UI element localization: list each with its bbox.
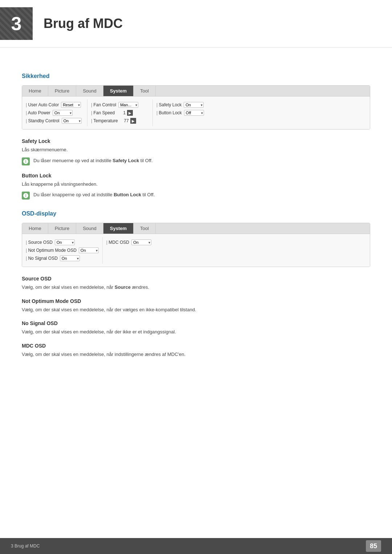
fan-speed-row: Fan Speed 1 ▶ [91, 110, 149, 116]
mdc-osd-row: MDC OSD On Off [106, 239, 164, 245]
osd-panel: Home Picture Sound System Tool Source OS… [22, 223, 370, 267]
temperature-arrow[interactable]: ▶ [130, 118, 136, 124]
osd-col-2: MDC OSD On Off [103, 237, 168, 264]
chapter-num-box: 3 [0, 7, 33, 40]
tab-sound-2[interactable]: Sound [76, 223, 103, 234]
source-osd-body: Vælg, om der skal vises en meddelelse, n… [22, 284, 370, 291]
sikkerhed-col-1: User Auto Color Reset Auto Power On Off [22, 99, 87, 126]
mdc-osd-subheading: MDC OSD [22, 343, 370, 349]
user-auto-color-select[interactable]: Reset [61, 102, 81, 108]
sikkerhed-heading: Sikkerhed [22, 73, 370, 79]
osd-tabs: Home Picture Sound System Tool [22, 223, 370, 234]
chapter-number: 3 [11, 13, 22, 34]
temperature-value: 77 [120, 118, 129, 123]
no-signal-subheading: No Signal OSD [22, 320, 370, 326]
tab-picture-2[interactable]: Picture [48, 223, 76, 234]
footer: 3 Brug af MDC 85 [0, 538, 392, 554]
safety-lock-select[interactable]: On Off [184, 102, 204, 108]
footer-page-badge: 85 [366, 540, 381, 552]
auto-power-row: Auto Power On Off [26, 110, 83, 116]
user-auto-color-select-wrapper[interactable]: Reset [61, 102, 81, 108]
mdc-osd-label: MDC OSD [106, 240, 129, 245]
safety-lock-subheading: Safety Lock [22, 138, 370, 144]
sikkerhed-col-3: Safety Lock On Off Button Lock Off On [153, 99, 218, 126]
sikkerhed-panel-body: User Auto Color Reset Auto Power On Off [22, 97, 370, 129]
safety-lock-row: Safety Lock On Off [156, 102, 215, 108]
safety-lock-note: Du låser menuerne op ved at indstille Sa… [22, 157, 370, 165]
button-lock-row: Button Lock Off On [156, 110, 215, 116]
not-optimum-select[interactable]: On Off [79, 247, 99, 253]
not-optimum-body: Vælg, om der skal vises en meddelelse, n… [22, 306, 370, 313]
button-lock-text: Lås knapperne på visningsenheden. [22, 181, 370, 188]
safety-lock-label: Safety Lock [156, 102, 181, 107]
tab-system-2[interactable]: System [103, 223, 134, 234]
auto-power-label: Auto Power [26, 110, 50, 115]
tab-home-2[interactable]: Home [22, 223, 48, 234]
not-optimum-subheading: Not Optimum Mode OSD [22, 298, 370, 304]
tab-picture-1[interactable]: Picture [48, 86, 76, 96]
tab-tool-2[interactable]: Tool [134, 223, 156, 234]
tab-sound-1[interactable]: Sound [76, 86, 103, 96]
sikkerhed-tabs: Home Picture Sound System Tool [22, 86, 370, 97]
button-lock-subheading: Button Lock [22, 173, 370, 178]
osd-panel-body: Source OSD On Off Not Optimum Mode OSD O… [22, 234, 370, 267]
main-content: Sikkerhed Home Picture Sound System Tool… [0, 48, 392, 390]
not-optimum-label: Not Optimum Mode OSD [26, 248, 77, 253]
no-signal-label: No Signal OSD [26, 256, 58, 261]
standby-control-select[interactable]: On Off [62, 118, 82, 124]
mdc-osd-select-wrapper[interactable]: On Off [131, 239, 151, 245]
button-lock-note-text: Du låser knapperne op ved at indstille B… [33, 191, 155, 198]
button-lock-note: Du låser knapperne op ved at indstille B… [22, 191, 370, 200]
tab-home-1[interactable]: Home [22, 86, 48, 96]
mdc-osd-select[interactable]: On Off [131, 239, 151, 245]
no-signal-body: Vælg, om der skal vises en meddelelse, n… [22, 328, 370, 336]
info-icon-2 [23, 193, 28, 198]
info-icon [23, 159, 28, 164]
osd-col-1: Source OSD On Off Not Optimum Mode OSD O… [22, 237, 103, 264]
safety-lock-select-wrapper[interactable]: On Off [184, 102, 204, 108]
fan-control-select[interactable]: Man... Auto [118, 102, 138, 108]
button-lock-note-icon [22, 192, 30, 200]
safety-lock-note-text: Du låser menuerne op ved at indstille Sa… [33, 157, 153, 164]
fan-control-label: Fan Control [91, 102, 116, 107]
chapter-title: Brug af MDC [44, 16, 123, 31]
footer-chapter-text: 3 Brug af MDC [11, 543, 40, 549]
standby-control-select-wrapper[interactable]: On Off [62, 118, 82, 124]
standby-control-label: Standby Control [26, 118, 60, 123]
standby-control-row: Standby Control On Off [26, 118, 83, 124]
fan-speed-value: 1 [117, 110, 126, 115]
safety-lock-text: Lås skærmmenuerne. [22, 146, 370, 153]
auto-power-select[interactable]: On Off [53, 110, 73, 116]
sikkerhed-panel: Home Picture Sound System Tool User Auto… [22, 85, 370, 130]
not-optimum-select-wrapper[interactable]: On Off [79, 247, 99, 253]
source-osd-select[interactable]: On Off [55, 239, 75, 245]
fan-speed-label: Fan Speed [91, 110, 115, 115]
mdc-osd-body: Vælg, om der skal vises en meddelelse, n… [22, 351, 370, 358]
fan-control-row: Fan Control Man... Auto [91, 102, 149, 108]
no-signal-row: No Signal OSD On Off [26, 255, 99, 261]
source-osd-select-wrapper[interactable]: On Off [55, 239, 75, 245]
fan-speed-arrow[interactable]: ▶ [127, 110, 133, 116]
temperature-row: Temperature 77 ▶ [91, 118, 149, 124]
safety-lock-note-icon [22, 157, 30, 165]
source-osd-subheading: Source OSD [22, 276, 370, 282]
tab-system-1[interactable]: System [103, 86, 134, 96]
tab-tool-1[interactable]: Tool [134, 86, 156, 96]
no-signal-select[interactable]: On Off [60, 255, 80, 261]
button-lock-select[interactable]: Off On [184, 110, 204, 116]
button-lock-label: Button Lock [156, 110, 182, 115]
not-optimum-row: Not Optimum Mode OSD On Off [26, 247, 99, 253]
button-lock-select-wrapper[interactable]: Off On [184, 110, 204, 116]
sikkerhed-col-2: Fan Control Man... Auto Fan Speed 1 ▶ Te… [87, 99, 153, 126]
header-banner: 3 Brug af MDC [0, 0, 392, 48]
no-signal-select-wrapper[interactable]: On Off [60, 255, 80, 261]
auto-power-select-wrapper[interactable]: On Off [53, 110, 73, 116]
source-osd-row: Source OSD On Off [26, 239, 99, 245]
osd-display-heading: OSD-display [22, 210, 370, 217]
user-auto-color-label: User Auto Color [26, 102, 59, 107]
temperature-label: Temperature [91, 118, 118, 123]
user-auto-color-row: User Auto Color Reset [26, 102, 83, 108]
source-osd-label: Source OSD [26, 240, 53, 245]
fan-control-select-wrapper[interactable]: Man... Auto [118, 102, 138, 108]
